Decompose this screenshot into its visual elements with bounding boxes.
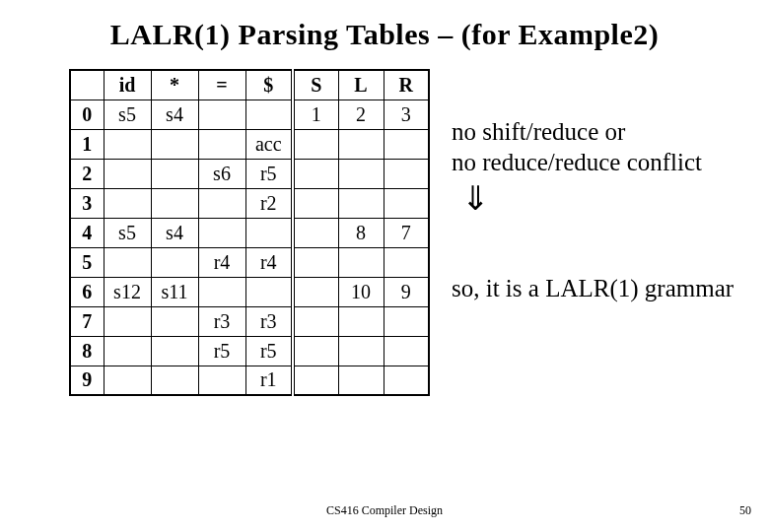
cell <box>198 277 245 306</box>
cell <box>338 188 384 218</box>
cell <box>151 159 198 188</box>
table-row: 2s6r5 <box>70 159 429 188</box>
note-line2: no reduce/reduce conflict <box>452 147 734 177</box>
note-line1: no shift/reduce or <box>452 116 734 147</box>
cell: 2 <box>338 100 384 129</box>
cell: s5 <box>104 100 151 129</box>
cell <box>104 247 151 277</box>
cell <box>338 159 384 188</box>
cell <box>293 218 338 247</box>
cell <box>198 129 245 159</box>
table-row: 5r4r4 <box>70 247 429 277</box>
cell <box>104 366 151 395</box>
table-row: 0s5s4123 <box>70 100 429 129</box>
cell <box>384 159 429 188</box>
cell: s5 <box>104 218 151 247</box>
state-cell: 2 <box>70 159 104 188</box>
header-star: * <box>151 70 198 100</box>
footer-page-number: 50 <box>739 503 751 518</box>
state-cell: 9 <box>70 366 104 395</box>
cell: s4 <box>151 218 198 247</box>
page-title: LALR(1) Parsing Tables – (for Example2) <box>0 0 769 51</box>
cell: 3 <box>384 100 429 129</box>
table-row: 3r2 <box>70 188 429 218</box>
cell <box>293 247 338 277</box>
footer-center: CS416 Compiler Design <box>0 503 769 518</box>
cell: r1 <box>245 366 293 395</box>
state-cell: 7 <box>70 306 104 336</box>
cell <box>198 100 245 129</box>
cell <box>384 247 429 277</box>
cell <box>293 129 338 159</box>
header-eq: = <box>198 70 245 100</box>
table-row: 1acc <box>70 129 429 159</box>
cell <box>104 159 151 188</box>
cell: 1 <box>293 100 338 129</box>
cell: s11 <box>151 277 198 306</box>
cell: r3 <box>245 306 293 336</box>
cell: r4 <box>245 247 293 277</box>
cell: s6 <box>198 159 245 188</box>
state-cell: 3 <box>70 188 104 218</box>
state-cell: 8 <box>70 336 104 366</box>
cell <box>293 336 338 366</box>
cell: r5 <box>245 336 293 366</box>
cell <box>104 188 151 218</box>
header-R: R <box>384 70 429 100</box>
cell <box>384 366 429 395</box>
header-S: S <box>293 70 338 100</box>
cell: 9 <box>384 277 429 306</box>
cell <box>293 306 338 336</box>
table-row: 8r5r5 <box>70 336 429 366</box>
cell <box>151 247 198 277</box>
table-row: 9r1 <box>70 366 429 395</box>
cell: acc <box>245 129 293 159</box>
state-cell: 0 <box>70 100 104 129</box>
cell <box>338 247 384 277</box>
cell <box>293 159 338 188</box>
cell <box>338 306 384 336</box>
note-line3: so, it is a LALR(1) grammar <box>452 273 734 303</box>
cell: r4 <box>198 247 245 277</box>
cell <box>198 366 245 395</box>
state-cell: 4 <box>70 218 104 247</box>
cell <box>151 336 198 366</box>
cell <box>293 188 338 218</box>
cell: 8 <box>338 218 384 247</box>
cell <box>384 188 429 218</box>
cell: r3 <box>198 306 245 336</box>
table-row: 6s12s11109 <box>70 277 429 306</box>
cell <box>338 366 384 395</box>
cell <box>293 366 338 395</box>
state-cell: 1 <box>70 129 104 159</box>
cell: r5 <box>245 159 293 188</box>
cell <box>384 306 429 336</box>
state-cell: 5 <box>70 247 104 277</box>
header-dollar: $ <box>245 70 293 100</box>
cell: r5 <box>198 336 245 366</box>
cell: 7 <box>384 218 429 247</box>
cell <box>293 277 338 306</box>
cell <box>245 100 293 129</box>
cell <box>151 366 198 395</box>
notes: no shift/reduce or no reduce/reduce conf… <box>452 69 734 303</box>
down-arrow-icon: ⇓ <box>461 182 734 216</box>
header-state <box>70 70 104 100</box>
table-row: 4s5s487 <box>70 218 429 247</box>
table-row: 7r3r3 <box>70 306 429 336</box>
cell <box>151 306 198 336</box>
cell <box>198 188 245 218</box>
cell <box>151 188 198 218</box>
cell <box>245 277 293 306</box>
cell <box>245 218 293 247</box>
cell <box>384 336 429 366</box>
cell: s12 <box>104 277 151 306</box>
parsing-table: id * = $ S L R 0s5s4123 1acc 2s6r5 3r2 4… <box>69 69 430 396</box>
header-id: id <box>104 70 151 100</box>
header-L: L <box>338 70 384 100</box>
cell: 10 <box>338 277 384 306</box>
cell <box>338 129 384 159</box>
cell: r2 <box>245 188 293 218</box>
state-cell: 6 <box>70 277 104 306</box>
cell <box>338 336 384 366</box>
